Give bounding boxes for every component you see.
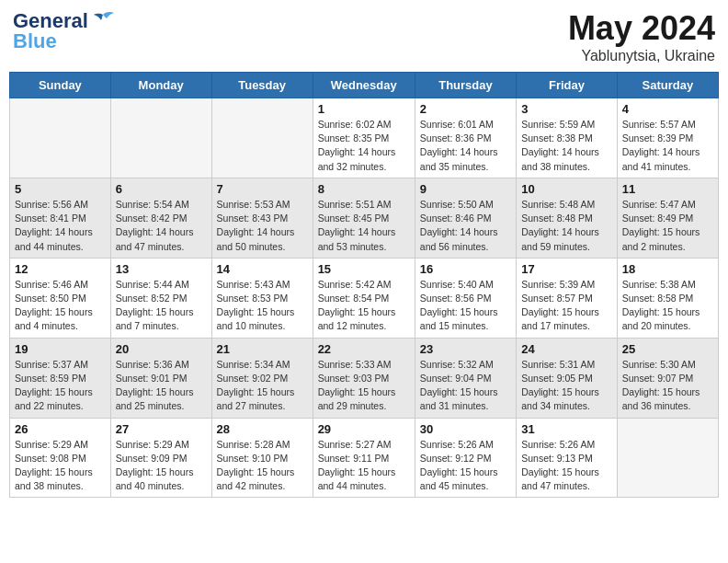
day-info: Sunrise: 5:44 AM Sunset: 8:52 PM Dayligh… [116, 278, 207, 334]
day-info: Sunrise: 5:29 AM Sunset: 9:09 PM Dayligh… [116, 438, 207, 494]
table-row: 27Sunrise: 5:29 AM Sunset: 9:09 PM Dayli… [110, 418, 211, 498]
day-number: 9 [420, 182, 511, 196]
day-number: 1 [318, 102, 410, 116]
table-row: 31Sunrise: 5:26 AM Sunset: 9:13 PM Dayli… [517, 418, 618, 498]
day-number: 14 [217, 262, 308, 276]
day-info: Sunrise: 5:26 AM Sunset: 9:12 PM Dayligh… [420, 438, 511, 494]
day-number: 22 [318, 342, 410, 356]
day-info: Sunrise: 5:32 AM Sunset: 9:04 PM Dayligh… [420, 358, 511, 414]
col-thursday: Thursday [415, 73, 516, 98]
table-row: 8Sunrise: 5:51 AM Sunset: 8:45 PM Daylig… [313, 178, 415, 258]
day-number: 7 [217, 182, 308, 196]
day-number: 30 [420, 422, 511, 436]
day-info: Sunrise: 6:02 AM Sunset: 8:35 PM Dayligh… [318, 118, 410, 174]
day-number: 11 [622, 182, 713, 196]
day-number: 3 [521, 102, 612, 116]
day-number: 24 [521, 342, 612, 356]
table-row: 6Sunrise: 5:54 AM Sunset: 8:42 PM Daylig… [110, 178, 211, 258]
day-info: Sunrise: 5:34 AM Sunset: 9:02 PM Dayligh… [217, 358, 308, 414]
day-info: Sunrise: 5:48 AM Sunset: 8:48 PM Dayligh… [521, 198, 612, 254]
col-wednesday: Wednesday [313, 73, 415, 98]
day-info: Sunrise: 5:37 AM Sunset: 8:59 PM Dayligh… [15, 358, 106, 414]
table-row: 3Sunrise: 5:59 AM Sunset: 8:38 PM Daylig… [517, 98, 618, 178]
table-row: 18Sunrise: 5:38 AM Sunset: 8:58 PM Dayli… [617, 258, 718, 338]
day-info: Sunrise: 5:43 AM Sunset: 8:53 PM Dayligh… [217, 278, 308, 334]
table-row: 1Sunrise: 6:02 AM Sunset: 8:35 PM Daylig… [313, 98, 415, 178]
day-number: 25 [622, 342, 713, 356]
day-info: Sunrise: 5:39 AM Sunset: 8:57 PM Dayligh… [521, 278, 612, 334]
day-number: 20 [116, 342, 207, 356]
table-row: 24Sunrise: 5:31 AM Sunset: 9:05 PM Dayli… [517, 338, 618, 418]
day-info: Sunrise: 6:01 AM Sunset: 8:36 PM Dayligh… [420, 118, 511, 174]
calendar-week-1: 1Sunrise: 6:02 AM Sunset: 8:35 PM Daylig… [10, 98, 719, 178]
day-number: 26 [15, 422, 106, 436]
col-tuesday: Tuesday [211, 73, 313, 98]
day-number: 13 [116, 262, 207, 276]
calendar-week-4: 19Sunrise: 5:37 AM Sunset: 8:59 PM Dayli… [10, 338, 719, 418]
table-row: 21Sunrise: 5:34 AM Sunset: 9:02 PM Dayli… [211, 338, 313, 418]
table-row: 17Sunrise: 5:39 AM Sunset: 8:57 PM Dayli… [517, 258, 618, 338]
table-row: 28Sunrise: 5:28 AM Sunset: 9:10 PM Dayli… [211, 418, 313, 498]
col-sunday: Sunday [10, 73, 111, 98]
table-row: 20Sunrise: 5:36 AM Sunset: 9:01 PM Dayli… [110, 338, 211, 418]
calendar-week-5: 26Sunrise: 5:29 AM Sunset: 9:08 PM Dayli… [10, 418, 719, 498]
day-number: 19 [15, 342, 106, 356]
table-row: 15Sunrise: 5:42 AM Sunset: 8:54 PM Dayli… [313, 258, 415, 338]
col-saturday: Saturday [617, 73, 718, 98]
day-info: Sunrise: 5:56 AM Sunset: 8:41 PM Dayligh… [15, 198, 106, 254]
day-number: 12 [15, 262, 106, 276]
day-info: Sunrise: 5:42 AM Sunset: 8:54 PM Dayligh… [318, 278, 410, 334]
day-info: Sunrise: 5:33 AM Sunset: 9:03 PM Dayligh… [318, 358, 410, 414]
day-number: 31 [521, 422, 612, 436]
day-info: Sunrise: 5:54 AM Sunset: 8:42 PM Dayligh… [116, 198, 207, 254]
table-row [211, 98, 313, 178]
table-row: 13Sunrise: 5:44 AM Sunset: 8:52 PM Dayli… [110, 258, 211, 338]
table-row: 14Sunrise: 5:43 AM Sunset: 8:53 PM Dayli… [211, 258, 313, 338]
table-row: 30Sunrise: 5:26 AM Sunset: 9:12 PM Dayli… [415, 418, 516, 498]
month-year-title: May 2024 [568, 9, 715, 48]
table-row: 10Sunrise: 5:48 AM Sunset: 8:48 PM Dayli… [517, 178, 618, 258]
table-row: 4Sunrise: 5:57 AM Sunset: 8:39 PM Daylig… [617, 98, 718, 178]
table-row: 2Sunrise: 6:01 AM Sunset: 8:36 PM Daylig… [415, 98, 516, 178]
day-info: Sunrise: 5:26 AM Sunset: 9:13 PM Dayligh… [521, 438, 612, 494]
day-number: 21 [217, 342, 308, 356]
day-info: Sunrise: 5:53 AM Sunset: 8:43 PM Dayligh… [217, 198, 308, 254]
location-title: Yablunytsia, Ukraine [568, 48, 715, 64]
day-number: 15 [318, 262, 410, 276]
day-number: 28 [217, 422, 308, 436]
table-row: 7Sunrise: 5:53 AM Sunset: 8:43 PM Daylig… [211, 178, 313, 258]
table-row: 11Sunrise: 5:47 AM Sunset: 8:49 PM Dayli… [617, 178, 718, 258]
col-monday: Monday [110, 73, 211, 98]
table-row: 5Sunrise: 5:56 AM Sunset: 8:41 PM Daylig… [10, 178, 111, 258]
day-info: Sunrise: 5:59 AM Sunset: 8:38 PM Dayligh… [521, 118, 612, 174]
day-number: 8 [318, 182, 410, 196]
day-number: 5 [15, 182, 106, 196]
day-info: Sunrise: 5:31 AM Sunset: 9:05 PM Dayligh… [521, 358, 612, 414]
day-info: Sunrise: 5:46 AM Sunset: 8:50 PM Dayligh… [15, 278, 106, 334]
day-info: Sunrise: 5:28 AM Sunset: 9:10 PM Dayligh… [217, 438, 308, 494]
calendar-table: Sunday Monday Tuesday Wednesday Thursday… [9, 72, 719, 498]
table-row [110, 98, 211, 178]
day-number: 17 [521, 262, 612, 276]
day-info: Sunrise: 5:40 AM Sunset: 8:56 PM Dayligh… [420, 278, 511, 334]
calendar-week-2: 5Sunrise: 5:56 AM Sunset: 8:41 PM Daylig… [10, 178, 719, 258]
day-number: 16 [420, 262, 511, 276]
calendar-header-row: Sunday Monday Tuesday Wednesday Thursday… [10, 73, 719, 98]
day-number: 23 [420, 342, 511, 356]
table-row: 19Sunrise: 5:37 AM Sunset: 8:59 PM Dayli… [10, 338, 111, 418]
day-number: 27 [116, 422, 207, 436]
day-number: 6 [116, 182, 207, 196]
day-number: 2 [420, 102, 511, 116]
table-row [10, 98, 111, 178]
day-info: Sunrise: 5:47 AM Sunset: 8:49 PM Dayligh… [622, 198, 713, 254]
table-row: 16Sunrise: 5:40 AM Sunset: 8:56 PM Dayli… [415, 258, 516, 338]
day-info: Sunrise: 5:29 AM Sunset: 9:08 PM Dayligh… [15, 438, 106, 494]
table-row: 29Sunrise: 5:27 AM Sunset: 9:11 PM Dayli… [313, 418, 415, 498]
day-info: Sunrise: 5:27 AM Sunset: 9:11 PM Dayligh… [318, 438, 410, 494]
day-number: 10 [521, 182, 612, 196]
day-info: Sunrise: 5:38 AM Sunset: 8:58 PM Dayligh… [622, 278, 713, 334]
day-info: Sunrise: 5:51 AM Sunset: 8:45 PM Dayligh… [318, 198, 410, 254]
table-row: 12Sunrise: 5:46 AM Sunset: 8:50 PM Dayli… [10, 258, 111, 338]
table-row: 22Sunrise: 5:33 AM Sunset: 9:03 PM Dayli… [313, 338, 415, 418]
table-row: 9Sunrise: 5:50 AM Sunset: 8:46 PM Daylig… [415, 178, 516, 258]
